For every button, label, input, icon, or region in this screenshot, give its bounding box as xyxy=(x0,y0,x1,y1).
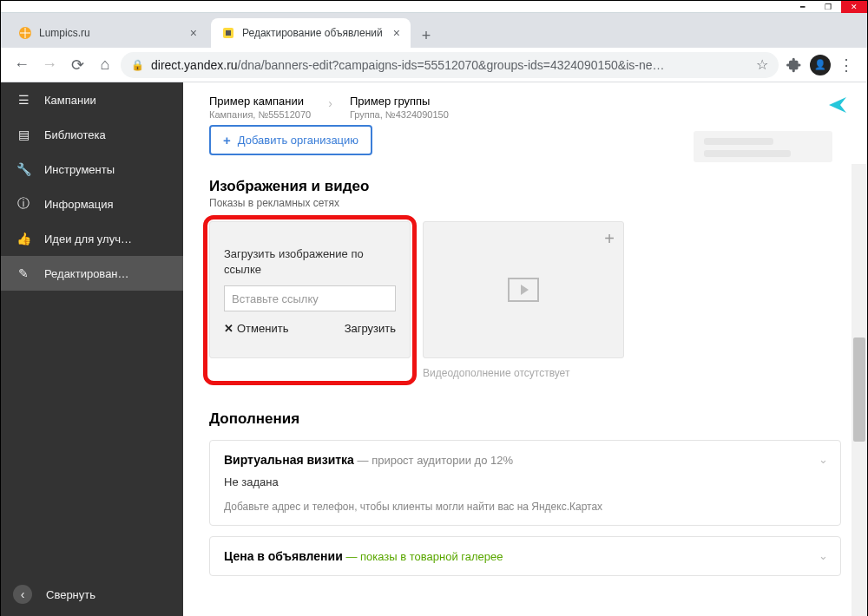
video-play-icon xyxy=(508,278,539,302)
breadcrumb-group[interactable]: Пример группы Группа, №4324090150 xyxy=(350,95,449,120)
upload-button[interactable]: Загрузить xyxy=(345,322,396,335)
window-titlebar: ━ ❐ ✕ xyxy=(1,1,867,13)
send-button[interactable] xyxy=(827,95,848,115)
sidebar-collapse-button[interactable]: ‹ Свернуть xyxy=(1,573,183,616)
tab-title: Lumpics.ru xyxy=(39,27,185,39)
url-text: direct.yandex.ru/dna/banners-edit?campai… xyxy=(151,58,749,72)
app-body: ☰ Кампании ▤ Библиотека 🔧 Инструменты ⓘ … xyxy=(1,82,867,616)
back-button[interactable]: ← xyxy=(10,53,34,77)
sidebar-item-label: Кампании xyxy=(44,94,96,107)
cancel-button[interactable]: ✕ Отменить xyxy=(224,322,288,335)
sidebar-item-info[interactable]: ⓘ Информация xyxy=(1,187,183,221)
home-button[interactable]: ⌂ xyxy=(93,53,117,77)
hamburger-icon: ☰ xyxy=(16,93,30,107)
wrench-icon: 🔧 xyxy=(16,162,30,176)
sidebar-item-edit[interactable]: ✎ Редактирован… xyxy=(1,256,183,291)
add-organization-button[interactable]: + Добавить организацию xyxy=(209,125,372,155)
sidebar-item-tools[interactable]: 🔧 Инструменты xyxy=(1,152,183,187)
info-icon: ⓘ xyxy=(16,197,30,211)
addon-virtual-card[interactable]: Виртуальная визитка — прирост аудитории … xyxy=(209,440,841,526)
plus-icon: + xyxy=(604,229,615,249)
scrollbar-track[interactable] xyxy=(852,164,867,616)
preview-placeholder xyxy=(694,131,832,162)
address-bar[interactable]: 🔒 direct.yandex.ru/dna/banners-edit?camp… xyxy=(121,52,779,78)
browser-tab-active[interactable]: Редактирование объявлений × xyxy=(211,18,411,48)
forward-button[interactable]: → xyxy=(37,53,62,77)
image-upload-card: Загрузить изображение по ссылке ✕ Отмени… xyxy=(209,221,411,358)
sidebar: ☰ Кампании ▤ Библиотека 🔧 Инструменты ⓘ … xyxy=(1,82,183,616)
sidebar-item-label: Инструменты xyxy=(44,163,115,176)
chevron-left-icon: ‹ xyxy=(13,585,32,604)
lumpics-favicon-icon xyxy=(18,26,32,40)
sidebar-item-label: Редактирован… xyxy=(44,267,129,280)
video-upload-card[interactable]: + xyxy=(423,221,624,358)
sidebar-collapse-label: Свернуть xyxy=(46,588,95,601)
media-section-subtitle: Показы в рекламных сетях xyxy=(209,197,841,209)
window-close-button[interactable]: ✕ xyxy=(841,1,867,13)
video-note: Видеодополнение отсутствует xyxy=(423,367,624,379)
window-maximize-button[interactable]: ❐ xyxy=(815,1,841,13)
addon-help: Добавьте адрес и телефон, чтобы клиенты … xyxy=(224,501,826,513)
addon-price[interactable]: Цена в объявлении — показы в товарной га… xyxy=(209,536,841,576)
browser-toolbar: ← → ⟳ ⌂ 🔒 direct.yandex.ru/dna/banners-e… xyxy=(1,48,867,82)
book-icon: ▤ xyxy=(16,128,30,141)
addons-section-title: Дополнения xyxy=(209,410,841,428)
sidebar-item-label: Библиотека xyxy=(44,128,106,141)
breadcrumb: Пример кампании Кампания, №55512070 › Пр… xyxy=(183,82,867,125)
svg-rect-4 xyxy=(226,30,231,36)
media-section-title: Изображения и видео xyxy=(209,178,841,195)
sidebar-item-label: Информация xyxy=(44,198,114,211)
addon-status: Не задана xyxy=(224,475,826,488)
pencil-icon: ✎ xyxy=(16,266,30,280)
window-minimize-button[interactable]: ━ xyxy=(789,1,815,13)
tab-close-icon[interactable]: × xyxy=(190,26,197,40)
addon-note: — показы в товарной галерее xyxy=(343,550,503,563)
sidebar-item-library[interactable]: ▤ Библиотека xyxy=(1,117,183,152)
tab-title: Редактирование объявлений xyxy=(242,27,388,39)
media-row: Загрузить изображение по ссылке ✕ Отмени… xyxy=(209,221,841,379)
chevron-down-icon: ⌄ xyxy=(819,549,828,562)
window: ━ ❐ ✕ Lumpics.ru × Редактирование объявл… xyxy=(0,0,868,616)
scrollbar-thumb[interactable] xyxy=(853,337,865,442)
addon-title: Цена в объявлении xyxy=(224,549,343,563)
browser-menu-button[interactable]: ⋮ xyxy=(834,53,858,77)
yandex-direct-favicon-icon xyxy=(221,26,235,40)
thumbs-up-icon: 👍 xyxy=(16,232,30,246)
browser-tabstrip: Lumpics.ru × Редактирование объявлений ×… xyxy=(1,13,867,48)
sidebar-item-label: Идеи для улуч… xyxy=(44,233,132,246)
image-upload-title: Загрузить изображение по ссылке xyxy=(224,246,396,277)
sidebar-item-ideas[interactable]: 👍 Идеи для улуч… xyxy=(1,221,183,256)
new-tab-button[interactable]: + xyxy=(414,23,438,48)
sidebar-item-campaigns[interactable]: ☰ Кампании xyxy=(1,82,183,117)
image-url-input[interactable] xyxy=(224,285,396,311)
site-lock-icon[interactable]: 🔒 xyxy=(131,59,144,71)
profile-avatar[interactable]: 👤 xyxy=(810,55,831,75)
reload-button[interactable]: ⟳ xyxy=(65,53,89,77)
addon-title: Виртуальная визитка xyxy=(224,453,354,467)
chevron-right-icon: › xyxy=(328,96,332,110)
bookmark-star-icon[interactable]: ☆ xyxy=(756,56,768,73)
addon-note: — прирост аудитории до 12% xyxy=(354,454,513,467)
plus-icon: + xyxy=(223,133,231,147)
add-organization-label: Добавить организацию xyxy=(238,134,358,147)
extensions-icon[interactable] xyxy=(782,53,806,77)
main-content: Пример кампании Кампания, №55512070 › Пр… xyxy=(183,82,867,616)
breadcrumb-campaign[interactable]: Пример кампании Кампания, №55512070 xyxy=(209,95,311,120)
browser-tab[interactable]: Lumpics.ru × xyxy=(8,18,207,48)
chevron-down-icon: ⌄ xyxy=(819,453,828,466)
tab-close-icon[interactable]: × xyxy=(393,26,400,40)
close-icon: ✕ xyxy=(224,322,233,335)
